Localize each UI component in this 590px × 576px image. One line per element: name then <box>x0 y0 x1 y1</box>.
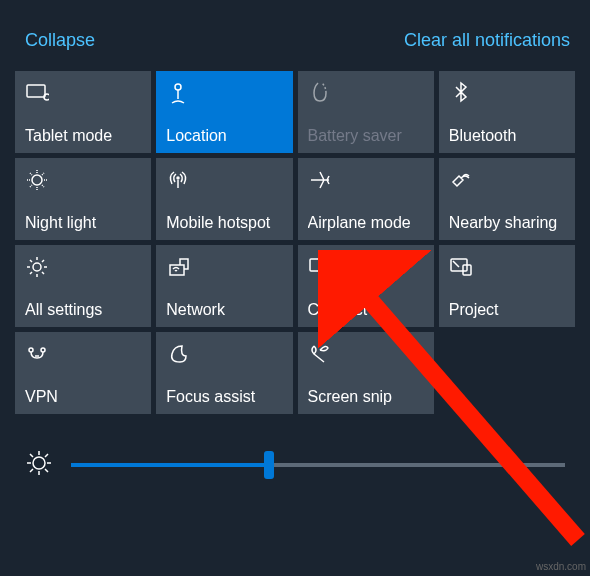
tile-nearby-sharing[interactable]: Nearby sharing <box>439 158 575 240</box>
tile-label: Network <box>166 301 282 319</box>
tile-label: Project <box>449 301 565 319</box>
tile-label: Focus assist <box>166 388 282 406</box>
tile-label: Night light <box>25 214 141 232</box>
vpn-icon <box>25 340 141 368</box>
tile-label: Mobile hotspot <box>166 214 282 232</box>
location-icon <box>166 79 282 107</box>
snip-icon <box>308 340 424 368</box>
tile-airplane-mode[interactable]: Airplane mode <box>298 158 434 240</box>
tile-focus-assist[interactable]: Focus assist <box>156 332 292 414</box>
tile-mobile-hotspot[interactable]: Mobile hotspot <box>156 158 292 240</box>
focus-icon <box>166 340 282 368</box>
tile-connect[interactable]: Connect <box>298 245 434 327</box>
tile-vpn[interactable]: VPN <box>15 332 151 414</box>
tile-label: Tablet mode <box>25 127 141 145</box>
tile-project[interactable]: Project <box>439 245 575 327</box>
tile-label: VPN <box>25 388 141 406</box>
tile-label: All settings <box>25 301 141 319</box>
tile-all-settings[interactable]: All settings <box>15 245 151 327</box>
collapse-link[interactable]: Collapse <box>25 30 95 51</box>
night-light-icon <box>25 166 141 194</box>
bluetooth-icon <box>449 79 565 107</box>
settings-icon <box>25 253 141 281</box>
tile-label: Airplane mode <box>308 214 424 232</box>
airplane-icon <box>308 166 424 194</box>
tile-label: Location <box>166 127 282 145</box>
watermark: wsxdn.com <box>536 561 586 572</box>
brightness-icon <box>25 449 53 481</box>
brightness-slider[interactable] <box>71 463 565 467</box>
tile-label: Nearby sharing <box>449 214 565 232</box>
tile-screen-snip[interactable]: Screen snip <box>298 332 434 414</box>
tile-bluetooth[interactable]: Bluetooth <box>439 71 575 153</box>
tile-tablet-mode[interactable]: Tablet mode <box>15 71 151 153</box>
hotspot-icon <box>166 166 282 194</box>
clear-notifications-link[interactable]: Clear all notifications <box>404 30 570 51</box>
tile-label: Bluetooth <box>449 127 565 145</box>
project-icon <box>449 253 565 281</box>
tile-label: Screen snip <box>308 388 424 406</box>
connect-icon <box>308 253 424 281</box>
nearby-icon <box>449 166 565 194</box>
brightness-slider-row <box>0 414 590 481</box>
tile-battery-saver[interactable]: Battery saver <box>298 71 434 153</box>
tile-location[interactable]: Location <box>156 71 292 153</box>
tile-network[interactable]: Network <box>156 245 292 327</box>
battery-icon <box>308 79 424 107</box>
brightness-slider-thumb[interactable] <box>264 451 274 479</box>
tablet-icon <box>25 79 141 107</box>
network-icon <box>166 253 282 281</box>
tile-label: Connect <box>308 301 424 319</box>
tile-night-light[interactable]: Night light <box>15 158 151 240</box>
tile-label: Battery saver <box>308 127 424 145</box>
